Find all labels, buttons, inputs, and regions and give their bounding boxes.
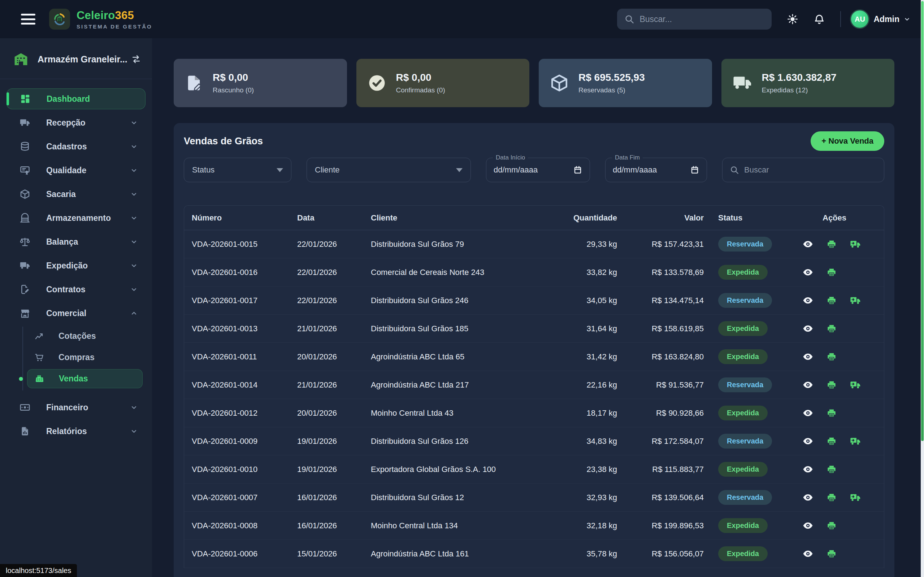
sidebar-item-cotacoes[interactable]: Cotações [27,327,143,346]
chevron-down-icon [129,190,138,198]
sidebar-item-relatorios[interactable]: Relatórios [6,421,145,442]
view-action-button[interactable] [802,267,814,278]
sidebar-item-compras[interactable]: Compras [27,348,143,367]
cell-quantidade: 31,42 kg [538,352,617,361]
cell-cliente: Comercial de Cereais Norte 243 [371,268,538,277]
column-header-numero: Número [192,213,297,222]
cell-numero: VDA-202601-0007 [192,493,297,502]
chevron-down-icon [129,214,138,222]
cell-numero: VDA-202601-0011 [192,352,297,361]
new-sale-button[interactable]: + Nova Venda [811,131,884,151]
ship-action-button[interactable] [850,295,861,306]
view-action-button[interactable] [802,548,814,559]
silo-icon [19,213,30,223]
eye-icon [802,435,814,447]
sidebar-item-qualidade[interactable]: Qualidade [6,160,145,181]
table-row: VDA-202601-0006 15/01/2026 Agroindústria… [184,540,884,568]
header-divider [840,11,841,27]
printer-icon [827,352,837,362]
cell-cliente: Moinho Central Ltda 134 [371,521,538,530]
view-action-button[interactable] [802,435,814,447]
row-actions [792,295,884,306]
chevron-down-icon [903,15,911,23]
sidebar-item-balanca[interactable]: Balança [6,231,145,252]
sidebar-item-vendas[interactable]: Vendas [27,369,143,388]
table-search-input[interactable]: Buscar [722,158,884,182]
view-action-button[interactable] [802,351,814,362]
cell-data: 19/01/2026 [297,437,371,446]
status-filter-select[interactable]: Status [184,158,291,182]
sidebar-item-comercial[interactable]: Comercial [6,303,145,324]
print-action-button[interactable] [827,380,837,390]
package-icon [549,73,569,93]
status-badge: Expedida [718,462,768,477]
main-content: R$ 0,00 Rascunho (0) R$ 0,00 Confirmadas… [152,38,924,577]
view-action-button[interactable] [802,295,814,306]
view-action-button[interactable] [802,323,814,334]
select-caret-icon [456,168,462,172]
print-action-button[interactable] [827,268,837,277]
sidebar-item-expedicao[interactable]: Expedição [6,255,145,276]
global-search-input[interactable]: Buscar... [617,9,772,30]
date-start-field[interactable]: Data Início dd/mm/aaaa [486,158,590,182]
menu-toggle-button[interactable] [21,14,36,24]
scrollbar-thumb[interactable] [921,1,924,441]
status-badge: Expedida [718,406,768,421]
printer-icon [827,549,837,559]
print-action-button[interactable] [827,295,837,306]
notifications-button[interactable] [814,13,825,25]
print-action-button[interactable] [827,464,837,474]
cart-icon [34,353,44,362]
cell-valor: R$ 133.578,69 [617,268,704,277]
ship-action-button[interactable] [850,379,861,391]
ship-action-button[interactable] [850,492,861,503]
client-filter-select[interactable]: Cliente [307,158,471,182]
table-row: VDA-202601-0009 19/01/2026 Distribuidora… [184,427,884,455]
column-header-valor: Valor [617,213,704,222]
eye-icon [802,520,814,531]
ship-action-button[interactable] [850,435,861,447]
sidebar-item-sacaria[interactable]: Sacaria [6,184,145,205]
status-bar-url: localhost:5173/sales [0,564,77,577]
ship-action-button[interactable] [850,239,861,250]
date-end-field[interactable]: Data Fim dd/mm/aaaa [605,158,707,182]
sidebar-item-recepcao[interactable]: Recepção [6,112,145,133]
stat-label: Confirmadas (0) [396,86,445,94]
stat-value: R$ 1.630.382,87 [762,72,837,83]
view-action-button[interactable] [802,464,814,475]
row-actions [792,351,884,362]
cell-valor: R$ 115.883,77 [617,465,704,474]
printer-icon [827,239,837,249]
sidebar-item-financeiro[interactable]: Financeiro [6,397,145,418]
switch-warehouse-button[interactable] [131,54,141,64]
print-action-button[interactable] [827,549,837,559]
warehouse-name: Armazém Graneleir... [37,54,131,64]
sidebar-item-armazenamento[interactable]: Armazenamento [6,208,145,229]
print-action-button[interactable] [827,521,837,531]
print-action-button[interactable] [827,493,837,503]
sidebar: Armazém Graneleir... Dashboard Recepção … [0,38,152,577]
printer-icon [827,380,837,390]
table-row: VDA-202601-0017 22/01/2026 Distribuidora… [184,287,884,315]
print-action-button[interactable] [827,436,837,446]
stat-card-expedidas: R$ 1.630.382,87 Expedidas (12) [721,59,895,107]
view-action-button[interactable] [802,379,814,390]
print-action-button[interactable] [827,408,837,418]
page-title: Vendas de Grãos [184,136,263,147]
view-action-button[interactable] [802,239,814,250]
print-action-button[interactable] [827,239,837,249]
status-badge: Reservada [718,293,772,308]
theme-toggle-button[interactable] [787,13,798,25]
sidebar-item-contratos[interactable]: Contratos [6,279,145,300]
chevron-down-icon [129,166,138,175]
sidebar-item-cadastros[interactable]: Cadastros [6,136,145,157]
view-action-button[interactable] [802,520,814,531]
print-action-button[interactable] [827,324,837,334]
view-action-button[interactable] [802,492,814,503]
user-menu[interactable]: AU Admin [851,10,911,28]
eye-icon [802,379,814,390]
view-action-button[interactable] [802,408,814,419]
print-action-button[interactable] [827,352,837,362]
sidebar-item-dashboard[interactable]: Dashboard [6,89,145,110]
cell-valor: R$ 156.056,07 [617,549,704,559]
